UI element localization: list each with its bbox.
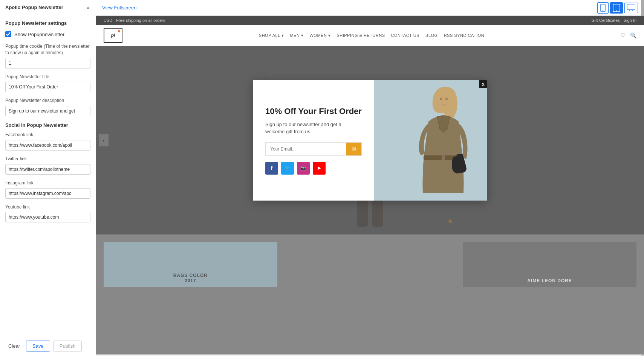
sidebar-collapse-icon[interactable]: ▲ bbox=[86, 5, 90, 10]
store-hero: x 10% Off Your First Order Sign up to ou… bbox=[96, 46, 644, 234]
shipping-label: Free shipping on all orders bbox=[116, 18, 165, 23]
wishlist-icon[interactable]: ♡ bbox=[621, 32, 626, 38]
desktop-device-button[interactable] bbox=[624, 3, 638, 13]
nav-shop-all[interactable]: SHOP ALL ▾ bbox=[259, 33, 284, 38]
topbar: View Fullscreen bbox=[96, 0, 644, 16]
store-nav-icons: ♡ 🔍 bbox=[621, 32, 636, 38]
view-fullscreen-link[interactable]: View Fullscreen bbox=[102, 5, 137, 11]
store-card-aime-label: Aime Leon Dore bbox=[463, 278, 636, 283]
gift-label: Gift Certificates bbox=[592, 18, 620, 23]
instagram-field-group: Instagram link bbox=[5, 180, 90, 199]
popup-modal: x 10% Off Your First Order Sign up to ou… bbox=[253, 80, 487, 201]
twitter-field-group: Twitter link bbox=[5, 156, 90, 175]
popup-desc-input[interactable] bbox=[5, 106, 90, 116]
popup-title-input[interactable] bbox=[5, 82, 90, 92]
popup-description: Sign up to our newsletter and get a welc… bbox=[265, 121, 362, 135]
nav-blog[interactable]: BLOG bbox=[425, 33, 438, 38]
svg-point-18 bbox=[440, 98, 442, 100]
nav-men[interactable]: MEN ▾ bbox=[290, 33, 303, 38]
nav-shipping[interactable]: SHIPPING & RETURNS bbox=[337, 33, 385, 38]
desktop-icon bbox=[627, 5, 635, 11]
store-below-section: BAGS COLOR2017 Aime Leon Dore bbox=[96, 234, 644, 295]
popup-desc-label: Popup Newsletter description bbox=[5, 97, 90, 104]
store-topbar: USD Free shipping on all orders Gift Cer… bbox=[96, 16, 644, 25]
popup-social-links: f 🐦 📷 ▶ bbox=[265, 162, 362, 175]
sidebar-content: Popup Newsletter settings Show Popupnews… bbox=[0, 15, 96, 336]
nav-contact[interactable]: CONTACT US bbox=[391, 33, 420, 38]
currency-label: USD bbox=[104, 18, 112, 23]
twitter-social-button[interactable]: 🐦 bbox=[281, 162, 294, 175]
popup-title-label: Popup Newsletter title bbox=[5, 74, 90, 80]
popup-left: 10% Off Your First Order Sign up to our … bbox=[253, 80, 374, 201]
show-popup-row: Show Popupnewsletter bbox=[5, 31, 90, 37]
youtube-input[interactable] bbox=[5, 212, 90, 222]
popup-email-input[interactable] bbox=[266, 143, 346, 155]
sidebar-header: Apollo Popup Newsletter ▲ bbox=[0, 0, 96, 15]
tablet-icon bbox=[613, 4, 620, 12]
facebook-field-group: Facebook link bbox=[5, 132, 90, 151]
instagram-label: Instagram link bbox=[5, 180, 90, 186]
youtube-social-button[interactable]: ▶ bbox=[313, 162, 326, 175]
cookie-input[interactable] bbox=[5, 58, 90, 68]
popup-submit-button[interactable]: ✉ bbox=[346, 143, 361, 155]
store-topbar-right: Gift Certificates Sign In bbox=[592, 18, 636, 23]
store-nav: pi SHOP ALL ▾ MEN ▾ WOMEN ▾ SHIPPING & R… bbox=[96, 25, 644, 46]
store-preview: USD Free shipping on all orders Gift Cer… bbox=[96, 16, 644, 354]
facebook-input[interactable] bbox=[5, 140, 90, 151]
save-button[interactable]: Save bbox=[26, 341, 50, 351]
popup-title: 10% Off Your First Order bbox=[265, 106, 362, 116]
search-icon[interactable]: 🔍 bbox=[630, 32, 636, 38]
social-section-label: Social in Popup Newsletter bbox=[5, 122, 90, 128]
popup-right-image bbox=[374, 80, 487, 201]
store-logo-text: pi bbox=[111, 33, 115, 38]
instagram-social-button[interactable]: 📷 bbox=[297, 162, 310, 175]
signin-label: Sign In bbox=[624, 18, 636, 23]
svg-rect-17 bbox=[442, 154, 445, 161]
facebook-social-button[interactable]: f bbox=[265, 162, 278, 175]
twitter-label: Twitter link bbox=[5, 156, 90, 162]
show-popup-checkbox[interactable] bbox=[5, 31, 11, 37]
store-logo-dot bbox=[118, 30, 120, 32]
sidebar-title: Apollo Popup Newsletter bbox=[5, 5, 63, 10]
store-card-bags-label: BAGS COLOR2017 bbox=[104, 273, 277, 283]
popup-title-field-group: Popup Newsletter title bbox=[5, 74, 90, 93]
popup-woman-image bbox=[374, 80, 487, 201]
device-icons bbox=[597, 2, 638, 14]
store-logo: pi bbox=[104, 28, 122, 43]
main-area: View Fullscreen bbox=[96, 0, 644, 356]
sidebar: Apollo Popup Newsletter ▲ Popup Newslett… bbox=[0, 0, 96, 356]
cookie-field-group: Popup time cookie (Time of the newslette… bbox=[5, 43, 90, 68]
nav-rss[interactable]: RSS SYNDICATION bbox=[444, 33, 485, 38]
nav-women[interactable]: WOMEN ▾ bbox=[309, 33, 330, 38]
popup-overlay: x 10% Off Your First Order Sign up to ou… bbox=[96, 46, 644, 234]
svg-point-3 bbox=[616, 10, 617, 11]
popup-desc-field-group: Popup Newsletter description bbox=[5, 97, 90, 116]
sidebar-footer: Clear Save Publish bbox=[0, 336, 96, 356]
twitter-input[interactable] bbox=[5, 164, 90, 175]
store-card-bags: BAGS COLOR2017 bbox=[104, 242, 277, 287]
store-topbar-left: USD Free shipping on all orders bbox=[104, 18, 165, 23]
mobile-device-button[interactable] bbox=[597, 2, 609, 14]
store-card-middle bbox=[283, 242, 457, 287]
preview-area: USD Free shipping on all orders Gift Cer… bbox=[96, 16, 644, 356]
svg-point-1 bbox=[603, 10, 603, 11]
tablet-device-button[interactable] bbox=[610, 2, 623, 14]
facebook-label: Facebook link bbox=[5, 132, 90, 138]
show-popup-label: Show Popupnewsletter bbox=[14, 32, 64, 37]
store-card-aime: Aime Leon Dore bbox=[463, 242, 636, 287]
clear-button[interactable]: Clear bbox=[5, 341, 23, 351]
mobile-icon bbox=[600, 4, 606, 12]
settings-title: Popup Newsletter settings bbox=[5, 20, 90, 26]
svg-point-19 bbox=[445, 98, 448, 100]
cookie-label: Popup time cookie (Time of the newslette… bbox=[5, 43, 90, 56]
instagram-input[interactable] bbox=[5, 188, 90, 199]
store-nav-links: SHOP ALL ▾ MEN ▾ WOMEN ▾ SHIPPING & RETU… bbox=[130, 33, 613, 38]
youtube-label: Youtube link bbox=[5, 204, 90, 210]
popup-email-row: ✉ bbox=[265, 142, 362, 156]
svg-rect-4 bbox=[627, 5, 635, 10]
youtube-field-group: Youtube link bbox=[5, 204, 90, 223]
popup-close-button[interactable]: x bbox=[479, 80, 487, 88]
publish-button[interactable]: Publish bbox=[53, 341, 82, 351]
